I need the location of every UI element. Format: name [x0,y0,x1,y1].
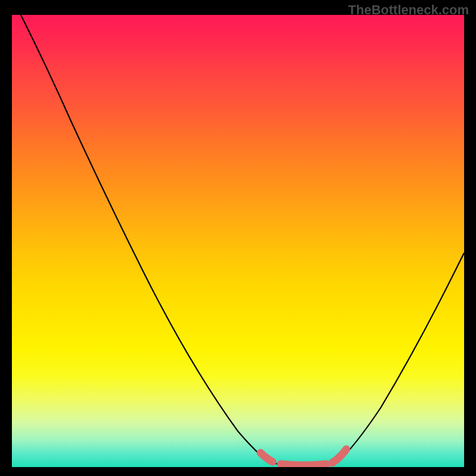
chart-plot-area [12,15,464,467]
curve-left-path [21,15,269,462]
highlight-seg-3 [332,449,346,463]
curve-layer [21,15,464,466]
highlight-seg-1 [261,453,273,462]
watermark-text: TheBottleneck.com [348,2,469,18]
highlight-seg-2 [281,464,326,465]
highlight-layer [261,449,346,465]
chart-svg [12,15,464,467]
curve-right-path [338,253,464,462]
